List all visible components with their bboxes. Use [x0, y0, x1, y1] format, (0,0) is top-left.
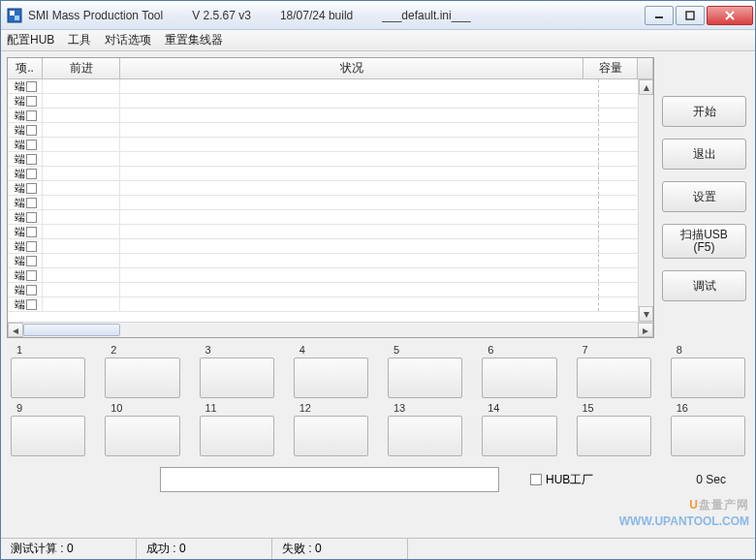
slot-button[interactable] — [388, 416, 462, 456]
port-checkbox[interactable] — [26, 270, 37, 281]
cell-item[interactable]: 端 — [8, 123, 43, 137]
scan-usb-button[interactable]: 扫描USB (F5) — [662, 224, 746, 259]
port-checkbox[interactable] — [26, 154, 37, 165]
port-checkbox[interactable] — [26, 227, 37, 237]
horizontal-scrollbar[interactable]: ◂ ▸ — [8, 322, 653, 337]
table-row[interactable]: 端 — [8, 152, 653, 167]
menu-reset-hub[interactable]: 重置集线器 — [165, 32, 223, 48]
table-row[interactable]: 端 — [8, 138, 653, 152]
scroll-left-icon[interactable]: ◂ — [8, 323, 23, 337]
slot-button[interactable] — [200, 416, 274, 456]
slot-button[interactable] — [294, 416, 368, 456]
port-checkbox[interactable] — [26, 140, 37, 150]
slot-button[interactable] — [482, 358, 556, 398]
slot-button[interactable] — [11, 416, 85, 456]
port-label: 端 — [15, 239, 25, 254]
cell-item[interactable]: 端 — [8, 254, 43, 267]
port-checkbox[interactable] — [26, 241, 37, 252]
menu-configure-hub[interactable]: 配置HUB — [7, 32, 54, 48]
slot-button[interactable] — [105, 416, 179, 456]
slot-label: 9 — [11, 402, 85, 414]
cell-item[interactable]: 端 — [8, 138, 43, 151]
table-row[interactable]: 端 — [8, 210, 653, 225]
col-item[interactable]: 项.. — [8, 58, 43, 78]
port-label: 端 — [15, 79, 25, 94]
port-checkbox[interactable] — [26, 212, 37, 223]
col-capacity[interactable]: 容量 — [583, 58, 638, 78]
cell-item[interactable]: 端 — [8, 297, 43, 311]
port-checkbox[interactable] — [26, 183, 37, 194]
scroll-thumb[interactable] — [23, 324, 120, 336]
table-row[interactable]: 端 — [8, 196, 653, 210]
table-row[interactable]: 端 — [8, 109, 653, 123]
slot-button[interactable] — [671, 416, 745, 456]
maximize-button[interactable] — [676, 6, 705, 25]
port-checkbox[interactable] — [26, 169, 37, 179]
cell-item[interactable]: 端 — [8, 79, 43, 93]
cell-item[interactable]: 端 — [8, 152, 43, 166]
cell-item[interactable]: 端 — [8, 109, 43, 122]
cell-item[interactable]: 端 — [8, 283, 43, 296]
slot-button[interactable] — [577, 358, 651, 398]
port-checkbox[interactable] — [26, 81, 37, 92]
slot-button[interactable] — [388, 358, 462, 398]
port-label: 端 — [15, 297, 25, 312]
debug-button[interactable]: 调试 — [662, 270, 746, 301]
menu-tools[interactable]: 工具 — [68, 32, 91, 48]
table-row[interactable]: 端 — [8, 225, 653, 239]
slot-button[interactable] — [671, 358, 745, 398]
slot-button[interactable] — [482, 416, 556, 456]
cell-item[interactable]: 端 — [8, 210, 43, 224]
port-checkbox[interactable] — [26, 299, 37, 310]
table-row[interactable]: 端 — [8, 167, 653, 181]
setting-button[interactable]: 设置 — [662, 181, 746, 212]
cell-item[interactable]: 端 — [8, 167, 43, 180]
table-row[interactable]: 端 — [8, 268, 653, 283]
cell-item[interactable]: 端 — [8, 94, 43, 108]
cell-item[interactable]: 端 — [8, 196, 43, 209]
close-button[interactable] — [707, 6, 753, 25]
cell-item[interactable]: 端 — [8, 239, 43, 253]
port-checkbox[interactable] — [26, 96, 37, 107]
start-button[interactable]: 开始 — [662, 96, 746, 127]
table-row[interactable]: 端 — [8, 283, 653, 297]
port-label: 端 — [15, 283, 25, 297]
slot-label: 15 — [577, 402, 651, 414]
table-row[interactable]: 端 — [8, 94, 653, 109]
scroll-track[interactable] — [23, 323, 638, 337]
table-row[interactable]: 端 — [8, 254, 653, 268]
slot-button[interactable] — [105, 358, 179, 398]
table-row[interactable]: 端 — [8, 297, 653, 312]
table-row[interactable]: 端 — [8, 181, 653, 196]
cell-item[interactable]: 端 — [8, 181, 43, 195]
cell-item[interactable]: 端 — [8, 225, 43, 238]
message-textbox[interactable] — [160, 467, 499, 492]
port-checkbox[interactable] — [26, 256, 37, 266]
port-checkbox[interactable] — [26, 125, 37, 136]
port-checkbox[interactable] — [26, 198, 37, 208]
table-row[interactable]: 端 — [8, 123, 653, 138]
table-row[interactable]: 端 — [8, 239, 653, 254]
slot-button[interactable] — [11, 358, 85, 398]
checkbox-icon[interactable] — [530, 474, 542, 485]
col-forward[interactable]: 前进 — [43, 58, 120, 78]
table-row[interactable]: 端 — [8, 79, 653, 94]
port-checkbox[interactable] — [26, 285, 37, 296]
scroll-down-icon[interactable]: ▾ — [639, 306, 653, 322]
port-checkbox[interactable] — [26, 110, 37, 121]
scroll-right-icon[interactable]: ▸ — [638, 323, 653, 337]
cell-item[interactable]: 端 — [8, 268, 43, 282]
hub-factory-checkbox[interactable]: HUB工厂 — [530, 472, 593, 488]
cell-status — [120, 225, 599, 238]
slot-button[interactable] — [294, 358, 368, 398]
menu-dialog-options[interactable]: 对话选项 — [105, 32, 151, 48]
status-fail: 失败 : 0 — [272, 539, 408, 559]
col-status[interactable]: 状况 — [120, 58, 583, 78]
slot-button[interactable] — [577, 416, 651, 456]
exit-button[interactable]: 退出 — [662, 139, 746, 170]
vertical-scrollbar[interactable]: ▴ ▾ — [638, 79, 653, 322]
scroll-up-icon[interactable]: ▴ — [639, 79, 653, 95]
slot-button[interactable] — [200, 358, 274, 398]
slot-1: 1 — [11, 344, 85, 398]
minimize-button[interactable] — [645, 6, 674, 25]
